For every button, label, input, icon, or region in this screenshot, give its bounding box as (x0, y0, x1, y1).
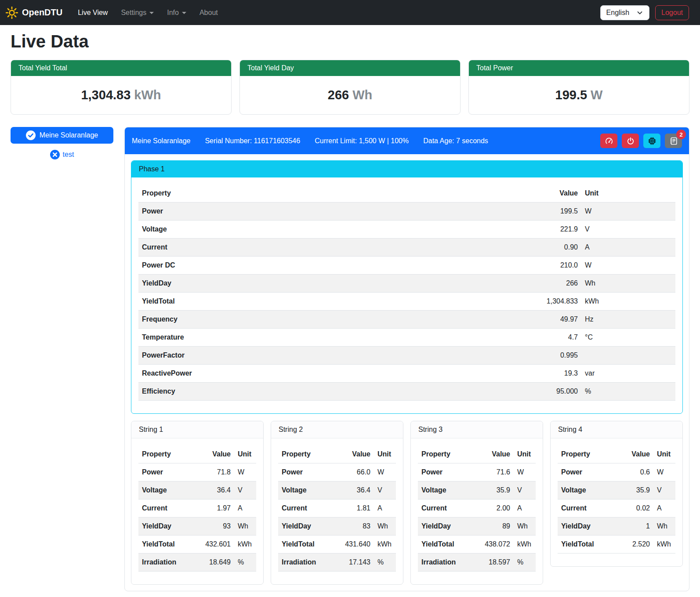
card-unit: Wh (352, 88, 372, 102)
property-cell: Frequency (138, 311, 518, 329)
property-cell: YieldDay (278, 517, 334, 535)
string-3-panel: String 3 Property Value Unit (410, 421, 543, 585)
table-row: Irradiation17.143% (278, 554, 396, 572)
cpu-icon (648, 137, 656, 145)
inverter-name: Meine Solaranlage (132, 137, 190, 145)
nav-item-label: Info (167, 9, 179, 17)
property-cell: Current (558, 499, 613, 517)
card-body: 266Wh (240, 76, 460, 114)
sun-icon (6, 7, 18, 19)
unit-cell: % (374, 554, 396, 572)
nav-item-settings[interactable]: Settings (114, 5, 160, 20)
value-cell: 438.072 (473, 535, 514, 554)
value-cell: 18.597 (473, 554, 514, 572)
property-cell: ReactivePower (138, 365, 518, 383)
nav-item-live-view[interactable]: Live View (71, 5, 114, 20)
power-button[interactable] (622, 134, 639, 148)
value-cell: 36.4 (334, 481, 374, 499)
unit-cell: % (514, 554, 536, 572)
nav-item-label: Settings (121, 9, 146, 17)
column-value: Value (194, 445, 234, 463)
property-cell: Irradiation (418, 554, 473, 572)
string-table: Property Value Unit Power71.8WVoltage36.… (138, 445, 256, 572)
card-body: 1,304.83kWh (11, 76, 231, 114)
x-circle-icon (50, 150, 60, 159)
unit-cell: V (514, 481, 536, 499)
column-property: Property (278, 445, 334, 463)
property-cell: Voltage (278, 481, 334, 499)
value-cell: 2.520 (613, 535, 653, 554)
string-table: Property Value Unit Power71.6WVoltage35.… (418, 445, 536, 572)
chevron-down-icon (636, 9, 643, 16)
property-cell: YieldTotal (558, 535, 613, 554)
value-cell: 0.90 (518, 239, 581, 257)
property-cell: YieldTotal (138, 535, 194, 554)
nav-item-info[interactable]: Info (160, 5, 193, 20)
unit-cell: A (514, 499, 536, 517)
table-row: Voltage35.9V (418, 481, 536, 499)
sidebar-item-test[interactable]: test (11, 150, 113, 159)
value-cell: 1 (613, 517, 653, 535)
table-header: Property Value Unit (278, 445, 396, 463)
value-cell: 1,304.833 (518, 293, 581, 311)
table-row: YieldTotal1,304.833kWh (138, 293, 675, 311)
column-value: Value (613, 445, 653, 463)
column-value: Value (334, 445, 374, 463)
property-cell: Current (278, 499, 334, 517)
value-cell: 95.000 (518, 383, 581, 401)
unit-cell: % (234, 554, 256, 572)
value-cell: 93 (194, 517, 234, 535)
value-cell: 266 (518, 275, 581, 293)
string-2-panel: String 2 Property Value Unit (271, 421, 403, 585)
value-cell: 35.9 (473, 481, 514, 499)
property-cell: Voltage (418, 481, 473, 499)
property-cell: PowerFactor (138, 347, 518, 365)
value-cell: 18.649 (194, 554, 234, 572)
value-cell: 199.5 (518, 203, 581, 221)
table-row: Current1.81A (278, 499, 396, 517)
page-title: Live Data (11, 32, 689, 51)
property-cell: Temperature (138, 329, 518, 347)
brand-link[interactable]: OpenDTU (6, 7, 62, 19)
table-header: Property Value Unit (558, 445, 675, 463)
value-cell: 431.640 (334, 535, 374, 554)
check-circle-icon (26, 130, 36, 140)
event-log-button[interactable]: 2 (665, 134, 682, 148)
restart-button[interactable] (643, 134, 660, 148)
navbar: OpenDTU Live View Settings Info About En… (0, 0, 700, 25)
column-property: Property (138, 185, 518, 203)
inverter-header-info: Meine Solaranlage Serial Number: 1161716… (132, 137, 488, 145)
nav-item-about[interactable]: About (193, 5, 225, 20)
table-row: Irradiation18.597% (418, 554, 536, 572)
logout-button[interactable]: Logout (655, 5, 689, 20)
value-cell: 35.9 (613, 481, 653, 499)
property-cell: Power (138, 463, 194, 481)
speedometer-icon (605, 137, 613, 145)
brand-label: OpenDTU (22, 7, 62, 18)
total-power-card: Total Power 199.5W (468, 60, 689, 115)
property-cell: Power (138, 203, 518, 221)
string-1-panel: String 1 Property Value Unit (131, 421, 264, 585)
caret-down-icon (182, 12, 186, 14)
unit-cell: kWh (374, 535, 396, 554)
string-title: String 1 (131, 421, 263, 438)
string-table: Property Value Unit Power0.6WVoltage35.9… (558, 445, 675, 554)
table-row: Temperature4.7°C (138, 329, 675, 347)
table-row: Power71.6W (418, 463, 536, 481)
column-value: Value (518, 185, 581, 203)
column-value: Value (473, 445, 514, 463)
power-icon (627, 137, 635, 145)
column-unit: Unit (374, 445, 396, 463)
unit-cell: V (653, 481, 675, 499)
limit-settings-button[interactable] (600, 134, 617, 148)
table-row: Voltage36.4V (278, 481, 396, 499)
sidebar-item-meine-solaranlage[interactable]: Meine Solaranlage (11, 127, 113, 144)
language-select[interactable]: English (600, 5, 649, 20)
sidebar-item-label: test (63, 151, 74, 159)
nav-links: Live View Settings Info About (71, 5, 225, 20)
card-unit: W (591, 88, 602, 102)
table-header: Property Value Unit (138, 445, 256, 463)
unit-cell: % (581, 383, 675, 401)
value-cell: 89 (473, 517, 514, 535)
table-row: Power DC210.0W (138, 257, 675, 275)
